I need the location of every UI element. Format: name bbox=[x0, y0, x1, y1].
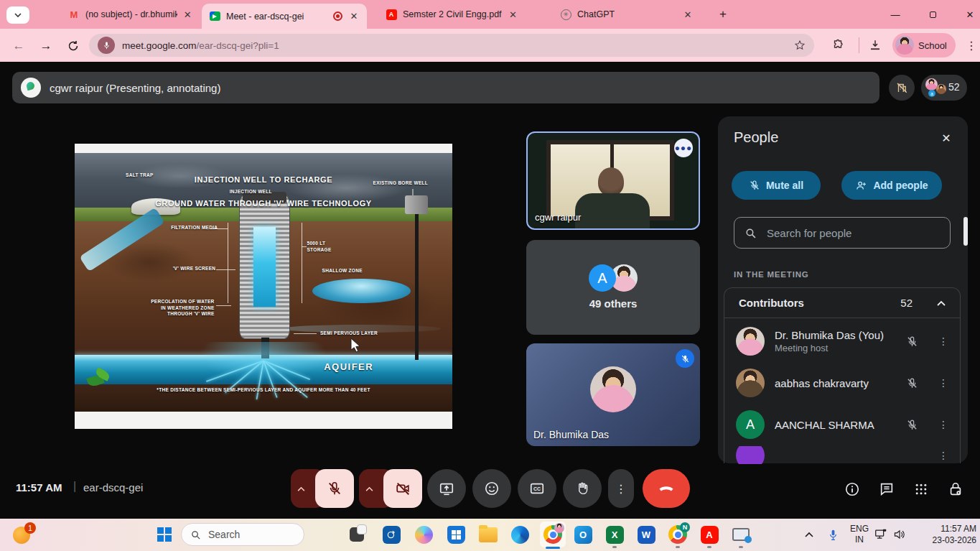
tab-pdf[interactable]: A Semster 2 Civil Engg.pdf ✕ bbox=[378, 0, 533, 29]
taskbar-search[interactable] bbox=[181, 523, 304, 546]
tile-options-button[interactable]: ●●● bbox=[674, 139, 693, 157]
meeting-info-button[interactable] bbox=[843, 480, 862, 499]
copilot-icon[interactable] bbox=[413, 524, 434, 545]
tab-title: Meet - ear-dscq-gei bbox=[226, 11, 304, 22]
new-tab-button[interactable]: + bbox=[716, 7, 730, 22]
camera-toggle-button[interactable] bbox=[383, 469, 422, 508]
tab-title: ChatGPT bbox=[577, 9, 615, 19]
layout-off-button[interactable] bbox=[889, 75, 915, 101]
member-options-kebab[interactable]: ⋮ bbox=[938, 450, 948, 461]
taskbar-clock[interactable]: 11:57 AM 23-03-2026 bbox=[910, 523, 976, 546]
close-tab-icon[interactable]: ✕ bbox=[183, 9, 192, 20]
reload-button[interactable] bbox=[63, 36, 83, 56]
minimize-button[interactable]: — bbox=[885, 6, 906, 23]
captions-button[interactable]: CC bbox=[518, 469, 556, 508]
tab-chatgpt[interactable]: ✳ ChatGPT ✕ bbox=[553, 0, 701, 29]
chrome-active-app[interactable] bbox=[540, 522, 566, 547]
member-row[interactable]: aabhas chakravarty ⋮ bbox=[724, 363, 960, 403]
host-controls-button[interactable] bbox=[946, 480, 965, 499]
restore-button[interactable] bbox=[922, 6, 943, 23]
clock-date: 23-03-2026 bbox=[910, 534, 976, 546]
translator-app-icon[interactable] bbox=[381, 524, 402, 545]
outlook-icon[interactable]: O bbox=[572, 524, 594, 545]
member-row[interactable]: A AANCHAL SHARMA ⋮ bbox=[724, 404, 960, 445]
bookmark-star-icon[interactable] bbox=[794, 40, 806, 51]
profile-avatar bbox=[895, 36, 914, 55]
tab-gmail[interactable]: M (no subject) - dr.bhumika.das@ ✕ bbox=[61, 0, 199, 29]
widgets-button[interactable]: 1 bbox=[11, 522, 36, 547]
close-tab-icon[interactable]: ✕ bbox=[348, 11, 360, 22]
mute-all-button[interactable]: Mute all bbox=[732, 171, 821, 200]
member-options-kebab[interactable]: ⋮ bbox=[938, 419, 948, 430]
end-call-button[interactable] bbox=[643, 469, 690, 508]
widgets-badge: 1 bbox=[24, 522, 36, 534]
add-people-button[interactable]: Add people bbox=[841, 171, 942, 200]
participant-count-pill[interactable]: a 52 bbox=[921, 75, 967, 101]
tab-search-button[interactable] bbox=[6, 6, 29, 24]
start-button[interactable] bbox=[154, 524, 175, 545]
file-explorer-icon[interactable] bbox=[477, 524, 499, 545]
extensions-icon[interactable] bbox=[827, 34, 849, 56]
mic-toggle-button[interactable] bbox=[315, 469, 354, 508]
browser-profile-chip[interactable]: School bbox=[892, 33, 956, 57]
chrome-profile2-icon[interactable]: N bbox=[667, 524, 689, 545]
tray-chevron-button[interactable] bbox=[798, 524, 820, 545]
presenter-person-body bbox=[575, 193, 650, 230]
contributors-card: Contributors 52 Dr. Bhumika Das (You) Me… bbox=[724, 287, 961, 463]
remote-app-icon[interactable] bbox=[730, 524, 752, 545]
info-icon bbox=[844, 481, 860, 497]
more-options-button[interactable]: ⋮ bbox=[608, 469, 634, 508]
back-button[interactable]: ← bbox=[9, 36, 29, 56]
member-options-kebab[interactable]: ⋮ bbox=[938, 377, 948, 389]
screen: M (no subject) - dr.bhumika.das@ ✕ Meet … bbox=[0, 0, 980, 551]
video-tile-self[interactable]: Dr. Bhumika Das bbox=[526, 343, 700, 446]
chat-button[interactable] bbox=[877, 480, 896, 499]
meeting-code: ear-dscq-gei bbox=[83, 481, 143, 494]
raise-hand-button[interactable] bbox=[563, 469, 602, 508]
tab-meet-active[interactable]: Meet - ear-dscq-gei ✕ bbox=[202, 4, 367, 29]
address-bar[interactable]: meet.google.com/ear-dscq-gei?pli=1 bbox=[89, 34, 814, 57]
tab-title: Semster 2 Civil Engg.pdf bbox=[403, 9, 502, 19]
member-row-partial[interactable]: ⋮ bbox=[724, 446, 960, 464]
contributors-header[interactable]: Contributors 52 bbox=[724, 288, 960, 318]
mute-all-label: Mute all bbox=[766, 180, 803, 191]
well-bracket-line bbox=[228, 223, 228, 303]
meet-icon bbox=[209, 11, 220, 22]
activities-button[interactable] bbox=[912, 480, 930, 499]
reactions-button[interactable] bbox=[472, 469, 511, 508]
in-the-meeting-label: IN THE MEETING bbox=[734, 270, 808, 279]
people-search[interactable] bbox=[734, 217, 951, 249]
member-options-kebab[interactable]: ⋮ bbox=[938, 335, 948, 347]
video-tile-presenter[interactable]: ●●● cgwr raipur bbox=[526, 131, 700, 230]
language-indicator[interactable]: ENG IN bbox=[847, 524, 872, 545]
mouse-cursor bbox=[350, 338, 361, 353]
forward-button[interactable]: → bbox=[36, 36, 56, 56]
people-panel: People ✕ Mute all Add people IN THE MEET… bbox=[718, 116, 968, 463]
member-row[interactable]: Dr. Bhumika Das (You) Meeting host ⋮ bbox=[724, 321, 960, 361]
panel-scrollbar[interactable] bbox=[963, 217, 968, 246]
tab-title: (no subject) - dr.bhumika.das@ bbox=[85, 9, 177, 19]
close-tab-icon[interactable]: ✕ bbox=[508, 9, 519, 20]
label-aquifer: AQUIFER bbox=[324, 361, 373, 374]
present-button[interactable] bbox=[427, 469, 466, 508]
people-search-input[interactable] bbox=[765, 226, 923, 240]
well-bracket-line bbox=[302, 223, 302, 303]
acrobat-icon[interactable]: A bbox=[699, 524, 720, 545]
microsoft-store-icon[interactable] bbox=[445, 524, 467, 545]
taskbar-search-input[interactable] bbox=[207, 528, 286, 541]
downloads-icon[interactable] bbox=[864, 34, 886, 56]
task-view-button[interactable] bbox=[346, 524, 368, 545]
label-percolation: PERCOLATION OF WATER IN WEATHERED ZONE T… bbox=[139, 299, 214, 317]
volume-icon[interactable] bbox=[889, 524, 910, 545]
close-people-panel-button[interactable]: ✕ bbox=[936, 128, 956, 148]
browser-menu-kebab[interactable]: ⋮ bbox=[961, 34, 980, 56]
site-mic-permission-icon[interactable] bbox=[98, 37, 115, 54]
video-tile-others[interactable]: A 49 others bbox=[526, 240, 700, 335]
excel-icon[interactable]: X bbox=[604, 524, 625, 545]
close-window-button[interactable]: ✕ bbox=[959, 6, 980, 23]
contributors-label: Contributors bbox=[739, 297, 804, 309]
edge-icon[interactable] bbox=[509, 524, 531, 545]
tray-mic-icon[interactable] bbox=[822, 524, 844, 545]
close-tab-icon[interactable]: ✕ bbox=[682, 9, 694, 20]
word-icon[interactable]: W bbox=[635, 524, 657, 545]
